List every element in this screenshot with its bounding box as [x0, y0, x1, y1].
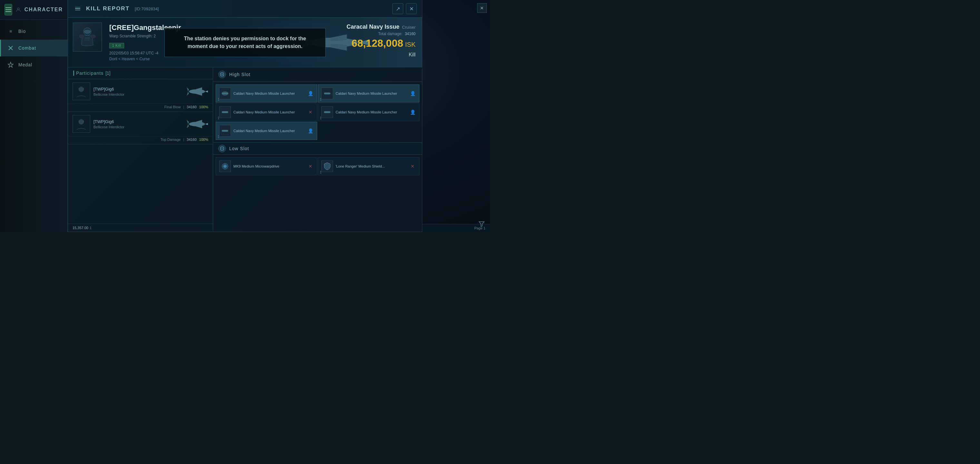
svg-point-55 — [224, 165, 226, 167]
participants-list: [TWP]Gig6 Bellicose Interdictor — [68, 79, 213, 224]
slot-name-3: Caldari Navy Medium Missile Launcher — [233, 110, 305, 114]
slot-action-3: ✕ — [307, 109, 313, 115]
high-slot-item-4[interactable]: 1 Caldari Navy Medium Missile Launcher 👤 — [318, 103, 419, 121]
svg-point-0 — [18, 8, 19, 10]
participant-avatar-1 — [73, 83, 90, 100]
slot-qty-4: 1 — [320, 116, 322, 120]
window-controls: ✕ — [477, 3, 487, 13]
slot-image-1 — [219, 87, 231, 99]
hamburger-line-2 — [5, 10, 11, 10]
kill-location: Doril < Heaven < Curse — [109, 57, 337, 61]
medal-icon — [7, 61, 14, 68]
participant-avatar-2 — [73, 115, 90, 133]
participants-header: Participants [1] — [68, 67, 213, 79]
participant-item[interactable]: [TWP]Gig6 Bellicose Interdictor — [68, 79, 213, 104]
panel-actions: ↗ ✕ — [392, 3, 417, 14]
panel-hamburger-line-1 — [75, 7, 80, 8]
stat-pct-2: 100% — [199, 138, 208, 141]
svg-point-13 — [79, 35, 84, 38]
panel-content: Participants [1] — [68, 67, 422, 232]
bottom-value: 15,357.00 — [73, 226, 88, 230]
sidebar-navigation: ≡ Bio Combat Medal — [0, 20, 67, 73]
svg-marker-23 — [196, 92, 202, 96]
kill-report-panel: KILL REPORT [ID:7092834] ↗ ✕ — [68, 0, 422, 232]
ship-type: Cruiser — [402, 25, 415, 30]
svg-marker-3 — [8, 62, 13, 67]
high-slot-item-2[interactable]: 1 Caldari Navy Medium Missile Launcher 👤 — [318, 84, 419, 102]
avatar-inner — [73, 23, 102, 51]
low-slot-name-1: MK9 Medium Microwarpdrive — [233, 164, 305, 168]
high-slot-item-1[interactable]: 1 Caldari Navy Medium Missile Launcher 👤 — [216, 84, 317, 102]
high-slot-icon — [218, 71, 226, 78]
participant-item-2[interactable]: [TWP]Gig6 Bellicose Interdictor — [68, 112, 213, 136]
kill-badge: 1 Kill — [109, 43, 124, 48]
low-slot-item-1[interactable]: MK9 Medium Microwarpdrive ✕ — [216, 157, 317, 175]
high-slot-title: High Slot — [229, 72, 250, 77]
low-slot-name-2: 'Lone Ranger' Medium Shield... — [336, 164, 407, 168]
low-slots-grid: MK9 Medium Microwarpdrive ✕ 1 — [213, 155, 422, 178]
participant-stats-2: Top Damage | 34160 100% — [68, 136, 213, 145]
character-icon — [16, 5, 21, 14]
slot-action-4: 👤 — [409, 109, 416, 115]
sidebar-header: CHARACTER — [0, 0, 67, 20]
sidebar-item-label-medal: Medal — [18, 62, 32, 67]
slot-name-5: Caldari Navy Medium Missile Launcher — [233, 129, 305, 133]
svg-marker-21 — [187, 87, 189, 96]
stat-damage-2: 34160 — [187, 138, 197, 141]
low-slot-qty-2: 1 — [320, 170, 322, 174]
low-slot-header: Low Slot — [213, 142, 422, 155]
low-slot-action-1: ✕ — [307, 163, 313, 170]
participant-ship-image-1 — [186, 84, 208, 99]
victim-avatar — [73, 22, 102, 52]
slot-qty-5: 1 — [218, 135, 220, 138]
hamburger-line-1 — [5, 7, 11, 8]
panel-header: KILL REPORT [ID:7092834] ↗ ✕ — [68, 0, 422, 18]
hamburger-line-3 — [5, 11, 11, 12]
panel-close-button[interactable]: ✕ — [406, 3, 417, 14]
isk-label: ISK — [405, 41, 415, 48]
kill-banner: [CREE]Gangstaleenjr Warp Scramble Streng… — [68, 18, 422, 67]
main-area: KILL REPORT [ID:7092834] ↗ ✕ — [68, 0, 490, 232]
slot-name-2: Caldari Navy Medium Missile Launcher — [336, 91, 407, 96]
high-slot-item-5[interactable]: 1 Caldari Navy Medium Missile Launcher 👤 — [216, 122, 317, 140]
participant-ship-2: Bellicose Interdictor — [94, 125, 183, 129]
participant-ship-image-2 — [186, 117, 208, 131]
low-slot-title: Low Slot — [229, 146, 249, 151]
participant-ship-1: Bellicose Interdictor — [94, 92, 183, 96]
stat-damage-1: 34160 — [187, 105, 197, 109]
low-slot-item-2[interactable]: 1 'Lone Ranger' Medium Shield... ✕ — [318, 157, 419, 175]
filter-button[interactable] — [477, 219, 486, 228]
low-slot-action-2: ✕ — [409, 163, 416, 170]
notification-overlay: The station denies you permission to doc… — [164, 28, 326, 57]
panel-hamburger-line-2 — [75, 8, 80, 9]
stat-label-1: Final Blow — [164, 105, 181, 109]
sidebar-item-combat[interactable]: Combat — [0, 40, 67, 56]
sidebar-item-medal[interactable]: Medal — [0, 56, 67, 73]
participant-info-2: [TWP]Gig6 Bellicose Interdictor — [94, 119, 183, 129]
svg-marker-30 — [196, 125, 202, 128]
panel-hamburger-line-3 — [75, 10, 80, 11]
slots-section: High Slot 1 — [213, 67, 422, 232]
stat-pct-1: 100% — [199, 105, 208, 109]
panel-export-button[interactable]: ↗ — [392, 3, 403, 14]
total-damage-label: Total damage: 34160 — [347, 32, 415, 36]
window-close-button[interactable]: ✕ — [477, 3, 487, 13]
sidebar-hamburger-button[interactable] — [5, 4, 12, 16]
isk-value: 68,128,008 — [352, 37, 403, 49]
sidebar-item-bio[interactable]: ≡ Bio — [0, 23, 67, 40]
svg-marker-28 — [187, 120, 189, 128]
svg-marker-27 — [205, 123, 208, 125]
panel-hamburger-button[interactable] — [73, 4, 82, 13]
svg-marker-22 — [196, 87, 202, 91]
participant-stats-1: Final Blow | 34160 100% — [68, 104, 213, 112]
slot-name-4: Caldari Navy Medium Missile Launcher — [336, 110, 407, 114]
total-damage-value: 34160 — [405, 32, 415, 36]
low-slot-image-2 — [321, 160, 333, 172]
bottom-page: 1 — [90, 226, 92, 230]
svg-marker-20 — [205, 91, 208, 92]
high-slot-item-3[interactable]: 1 Caldari Navy Medium Missile Launcher ✕ — [216, 103, 317, 121]
slot-image-4 — [321, 106, 333, 118]
slot-name-1: Caldari Navy Medium Missile Launcher — [233, 91, 305, 96]
panel-id: [ID:7092834] — [135, 6, 159, 11]
sidebar-title: CHARACTER — [24, 7, 63, 13]
